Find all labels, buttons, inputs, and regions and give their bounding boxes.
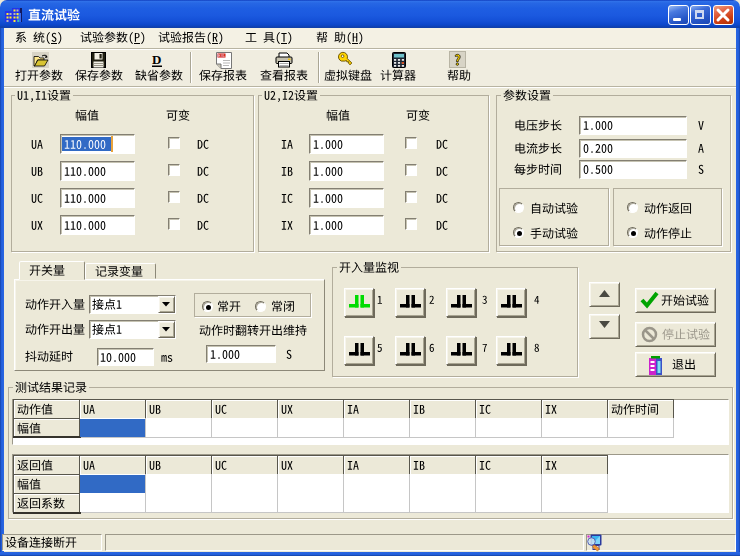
svg-text:EXL: EXL	[218, 53, 226, 58]
svg-text:D: D	[152, 52, 161, 67]
